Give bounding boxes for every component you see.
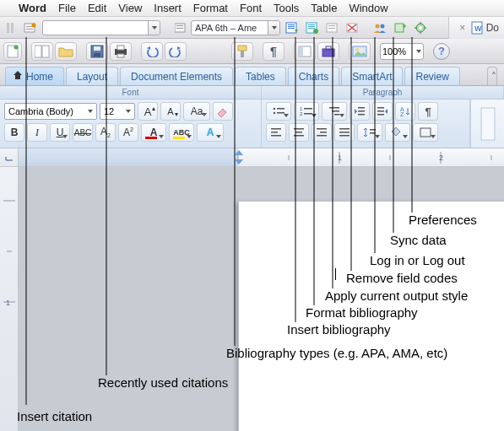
line-spacing-button[interactable]: [357, 123, 382, 142]
recent-citations-dropdown[interactable]: [42, 20, 160, 35]
insert-citation-button[interactable]: [22, 20, 39, 35]
vertical-ruler[interactable]: 1: [0, 167, 19, 431]
svg-rect-15: [308, 26, 315, 27]
justify-button[interactable]: [334, 123, 355, 142]
svg-point-52: [355, 48, 359, 51]
font-name-select[interactable]: Cambria (Body): [4, 103, 97, 120]
align-right-button[interactable]: [312, 123, 332, 142]
menu-edit[interactable]: Edit: [88, 2, 106, 14]
first-line-indent-marker[interactable]: [235, 150, 243, 155]
document-tab-label: Do: [486, 22, 499, 34]
change-case-button[interactable]: Aa: [183, 102, 210, 121]
align-left-button[interactable]: [266, 123, 286, 142]
app-name[interactable]: Word: [19, 2, 46, 14]
decrease-indent-button[interactable]: [350, 102, 370, 121]
bibliography-type-dropdown[interactable]: APA 6th – Ame: [191, 20, 280, 35]
clear-formatting-button[interactable]: [213, 102, 233, 121]
help-button[interactable]: ?: [433, 43, 450, 60]
hanging-indent-marker[interactable]: [235, 159, 243, 164]
insert-bibliography-button[interactable]: [284, 20, 301, 35]
toolbox-button[interactable]: [317, 42, 339, 61]
document-tab[interactable]: × W Do: [448, 17, 504, 39]
tab-selector[interactable]: [0, 148, 19, 166]
grow-font-button[interactable]: A▴: [138, 102, 158, 121]
menu-window[interactable]: Window: [349, 2, 387, 14]
close-icon[interactable]: ×: [458, 23, 468, 33]
sidebar-toggle-button[interactable]: [294, 42, 316, 61]
align-center-button[interactable]: [289, 123, 309, 142]
anno-insert-bib: Insert bibliography: [287, 322, 391, 337]
tab-document-elements[interactable]: Document Elements: [120, 67, 233, 85]
tab-layout[interactable]: Layout: [66, 67, 118, 85]
undo-button[interactable]: [141, 42, 163, 61]
highlight-button[interactable]: ABC: [169, 123, 194, 142]
save-button[interactable]: [86, 42, 108, 61]
svg-rect-84: [370, 129, 376, 131]
remove-field-codes-button[interactable]: [344, 20, 361, 35]
sync-data-button[interactable]: [392, 20, 409, 35]
increase-indent-button[interactable]: [372, 102, 393, 121]
styles-panel[interactable]: [470, 100, 504, 148]
menu-font[interactable]: Font: [240, 2, 262, 14]
svg-point-5: [32, 23, 36, 27]
borders-button[interactable]: [413, 123, 438, 142]
show-marks-button[interactable]: ¶: [418, 102, 438, 121]
tab-charts[interactable]: Charts: [288, 67, 339, 85]
font-color-button[interactable]: A: [141, 123, 166, 142]
open-button[interactable]: [55, 42, 77, 61]
svg-rect-81: [339, 128, 350, 130]
redo-button[interactable]: [165, 42, 187, 61]
preferences-button[interactable]: [412, 20, 429, 35]
apply-output-style-button[interactable]: [324, 20, 341, 35]
bold-button[interactable]: B: [4, 123, 24, 142]
shrink-font-button[interactable]: A▾: [160, 102, 181, 121]
zoom-combo[interactable]: 100%: [380, 43, 424, 60]
svg-rect-76: [295, 132, 302, 133]
new-doc-button[interactable]: [3, 42, 22, 61]
menu-tools[interactable]: Tools: [274, 2, 299, 14]
format-painter-button[interactable]: [231, 42, 253, 61]
svg-rect-8: [176, 28, 183, 29]
svg-rect-68: [377, 110, 384, 112]
tab-smartart[interactable]: SmartArt: [341, 67, 403, 85]
superscript-button[interactable]: A2: [118, 123, 138, 142]
mac-menu-bar[interactable]: Word File Edit View Insert Format Font T…: [0, 0, 504, 17]
horizontal-ruler[interactable]: 1 2: [19, 148, 504, 166]
svg-text:1: 1: [6, 299, 10, 307]
tab-tables[interactable]: Tables: [235, 67, 286, 85]
menu-insert[interactable]: Insert: [154, 2, 182, 14]
svg-rect-78: [317, 128, 327, 130]
multilevel-list-button[interactable]: [322, 102, 347, 121]
strikethrough-button[interactable]: ABC: [73, 123, 93, 142]
citation-style-icon[interactable]: [174, 20, 187, 35]
login-logout-button[interactable]: [371, 20, 388, 35]
show-formatting-button[interactable]: ¶: [263, 42, 285, 61]
subscript-button[interactable]: A2: [95, 123, 116, 142]
underline-button[interactable]: U: [50, 123, 70, 142]
numbering-button[interactable]: 12: [294, 102, 319, 121]
italic-button[interactable]: I: [27, 123, 47, 142]
tab-home[interactable]: Home: [5, 67, 64, 85]
tab-review[interactable]: Review: [404, 67, 459, 85]
svg-rect-61: [329, 107, 339, 109]
sort-button[interactable]: AZ: [395, 102, 415, 121]
svg-point-17: [313, 29, 318, 34]
shading-button[interactable]: [385, 123, 410, 142]
svg-rect-10: [288, 24, 295, 25]
menu-table[interactable]: Table: [311, 2, 337, 14]
font-size-select[interactable]: 12: [100, 103, 135, 120]
format-bibliography-button[interactable]: [304, 20, 321, 35]
media-browser-button[interactable]: [349, 42, 371, 61]
menu-file[interactable]: File: [58, 2, 76, 14]
ribbon-collapse-button[interactable]: ˄: [487, 67, 497, 85]
svg-rect-65: [358, 110, 365, 112]
menu-view[interactable]: View: [118, 2, 142, 14]
menu-format[interactable]: Format: [193, 2, 228, 14]
font-name-value: Cambria (Body): [8, 106, 73, 116]
new-from-template-button[interactable]: [31, 42, 53, 61]
print-button[interactable]: [110, 42, 132, 61]
svg-rect-11: [288, 26, 295, 27]
text-effects-button[interactable]: A: [197, 123, 224, 142]
anno-apply-style: Apply current output style: [325, 288, 468, 303]
bullets-button[interactable]: [266, 102, 291, 121]
